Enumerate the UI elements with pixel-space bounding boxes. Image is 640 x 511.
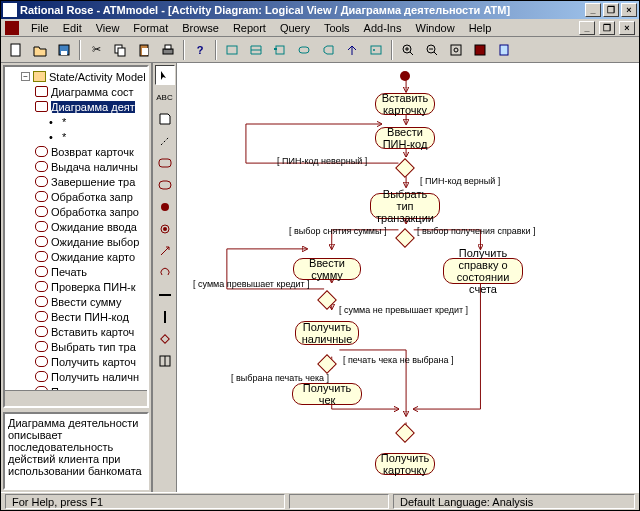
doc-button[interactable] bbox=[493, 39, 515, 61]
cut-button[interactable]: ✂ bbox=[85, 39, 107, 61]
browse-class-button[interactable] bbox=[221, 39, 243, 61]
tree-item[interactable]: Получить карточ bbox=[7, 354, 149, 369]
tree-item[interactable]: Диаграмма деят bbox=[7, 99, 149, 114]
tree-item[interactable]: Ввести сумму bbox=[7, 294, 149, 309]
tree-item[interactable]: Возврат карточк bbox=[7, 144, 149, 159]
model-tree[interactable]: − State/Activity Model Диаграмма состДиа… bbox=[3, 65, 149, 408]
tree-item[interactable]: •* bbox=[7, 114, 149, 129]
tool-end[interactable] bbox=[155, 219, 175, 239]
svg-rect-21 bbox=[159, 159, 171, 167]
menu-report[interactable]: Report bbox=[227, 21, 272, 35]
new-button[interactable] bbox=[5, 39, 27, 61]
restore-button[interactable]: ❐ bbox=[599, 21, 615, 35]
tree-item[interactable]: •* bbox=[7, 129, 149, 144]
tool-state[interactable] bbox=[155, 153, 175, 173]
tool-sync-v[interactable] bbox=[155, 307, 175, 327]
svg-rect-0 bbox=[11, 44, 20, 56]
browse-component-button[interactable] bbox=[269, 39, 291, 61]
menu-view[interactable]: View bbox=[90, 21, 126, 35]
merge-node[interactable] bbox=[395, 423, 415, 443]
diagram-canvas[interactable]: Вставить карточку Ввести ПИН-код [ ПИН-к… bbox=[177, 63, 639, 492]
zoom-out-button[interactable] bbox=[421, 39, 443, 61]
menu-addins[interactable]: Add-Ins bbox=[358, 21, 408, 35]
folder-icon bbox=[33, 71, 46, 82]
activity-enter-pin[interactable]: Ввести ПИН-код bbox=[375, 127, 435, 149]
tree-item[interactable]: Завершение тра bbox=[7, 174, 149, 189]
menu-browse[interactable]: Browse bbox=[176, 21, 225, 35]
tree-item[interactable]: Ожидание выбор bbox=[7, 234, 149, 249]
browse-prev-button[interactable] bbox=[365, 39, 387, 61]
activity-get-card[interactable]: Получить карточку bbox=[375, 453, 435, 475]
svg-rect-10 bbox=[276, 46, 284, 54]
print-button[interactable] bbox=[157, 39, 179, 61]
tool-start[interactable] bbox=[155, 197, 175, 217]
menu-file[interactable]: File bbox=[25, 21, 55, 35]
zoom-in-button[interactable] bbox=[397, 39, 419, 61]
activity-select-tx[interactable]: Выбрать тип транзакции bbox=[370, 193, 440, 219]
mdi-close-button[interactable]: × bbox=[621, 3, 637, 17]
tool-text[interactable]: ABC bbox=[155, 87, 175, 107]
initial-state[interactable] bbox=[400, 71, 410, 81]
tree-item[interactable]: Вставить карточ bbox=[7, 324, 149, 339]
tree-item[interactable]: Получить наличн bbox=[7, 369, 149, 384]
tree-item[interactable]: Диаграмма сост bbox=[7, 84, 149, 99]
guard-pin-ok: [ ПИН-код верный ] bbox=[420, 176, 500, 186]
tool-decision[interactable] bbox=[155, 329, 175, 349]
tree-item[interactable]: Проверка ПИН-к bbox=[7, 279, 149, 294]
tool-self-transition[interactable] bbox=[155, 263, 175, 283]
tool-activity[interactable] bbox=[155, 175, 175, 195]
minimize-button[interactable]: _ bbox=[579, 21, 595, 35]
browse-interaction-button[interactable] bbox=[245, 39, 267, 61]
save-button[interactable] bbox=[53, 39, 75, 61]
tree-item[interactable]: Обработка запр bbox=[7, 189, 149, 204]
svg-rect-12 bbox=[299, 47, 309, 53]
state-icon bbox=[35, 86, 48, 97]
tool-swimlane[interactable] bbox=[155, 351, 175, 371]
tool-sync-h[interactable] bbox=[155, 285, 175, 305]
activity-get-receipt[interactable]: Получить чек bbox=[292, 383, 362, 405]
paste-button[interactable] bbox=[133, 39, 155, 61]
open-button[interactable] bbox=[29, 39, 51, 61]
decision-pin[interactable] bbox=[395, 158, 415, 178]
activity-enter-amount[interactable]: Ввести сумму bbox=[293, 258, 361, 280]
tree-item[interactable]: Ожидание карто bbox=[7, 249, 149, 264]
tree-item[interactable]: Выдача наличны bbox=[7, 159, 149, 174]
tree-item[interactable]: Выбрать тип тра bbox=[7, 339, 149, 354]
description-panel[interactable]: Диаграмма деятельности описывает последо… bbox=[3, 412, 149, 490]
menu-help[interactable]: Help bbox=[463, 21, 498, 35]
tool-selector[interactable] bbox=[155, 65, 175, 85]
activity-insert-card[interactable]: Вставить карточку bbox=[375, 93, 435, 115]
menu-window[interactable]: Window bbox=[410, 21, 461, 35]
menu-tools[interactable]: Tools bbox=[318, 21, 356, 35]
menu-edit[interactable]: Edit bbox=[57, 21, 88, 35]
tool-transition[interactable] bbox=[155, 241, 175, 261]
tree-item[interactable]: Обработка запро bbox=[7, 204, 149, 219]
fit-window-button[interactable] bbox=[445, 39, 467, 61]
tree-item[interactable]: Ожидание ввода bbox=[7, 219, 149, 234]
decision-receipt[interactable] bbox=[317, 354, 337, 374]
browse-state-button[interactable] bbox=[293, 39, 315, 61]
tree-item[interactable]: Печать bbox=[7, 264, 149, 279]
menu-query[interactable]: Query bbox=[274, 21, 316, 35]
tool-note[interactable] bbox=[155, 109, 175, 129]
tool-anchor[interactable] bbox=[155, 131, 175, 151]
mdi-restore-button[interactable]: ❐ bbox=[603, 3, 619, 17]
activity-get-balance[interactable]: Получить справку о состоянии счета bbox=[443, 258, 523, 284]
mdi-minimize-button[interactable]: _ bbox=[585, 3, 601, 17]
close-button[interactable]: × bbox=[619, 21, 635, 35]
tree-item[interactable]: Вести ПИН-код bbox=[7, 309, 149, 324]
tree-root[interactable]: − State/Activity Model bbox=[7, 69, 149, 84]
browse-deploy-button[interactable] bbox=[317, 39, 339, 61]
decision-amount[interactable] bbox=[317, 290, 337, 310]
copy-button[interactable] bbox=[109, 39, 131, 61]
diagram-toolbox: ABC bbox=[153, 63, 177, 492]
help-button[interactable]: ? bbox=[189, 39, 211, 61]
decision-tx-type[interactable] bbox=[395, 228, 415, 248]
activity-get-cash[interactable]: Получить наличные bbox=[295, 321, 359, 345]
collapse-icon[interactable]: − bbox=[21, 72, 30, 81]
undo-fit-button[interactable] bbox=[469, 39, 491, 61]
browse-parent-button[interactable] bbox=[341, 39, 363, 61]
mdi-system-icon[interactable] bbox=[5, 21, 19, 35]
tree-h-scrollbar[interactable] bbox=[5, 390, 147, 406]
menu-format[interactable]: Format bbox=[127, 21, 174, 35]
